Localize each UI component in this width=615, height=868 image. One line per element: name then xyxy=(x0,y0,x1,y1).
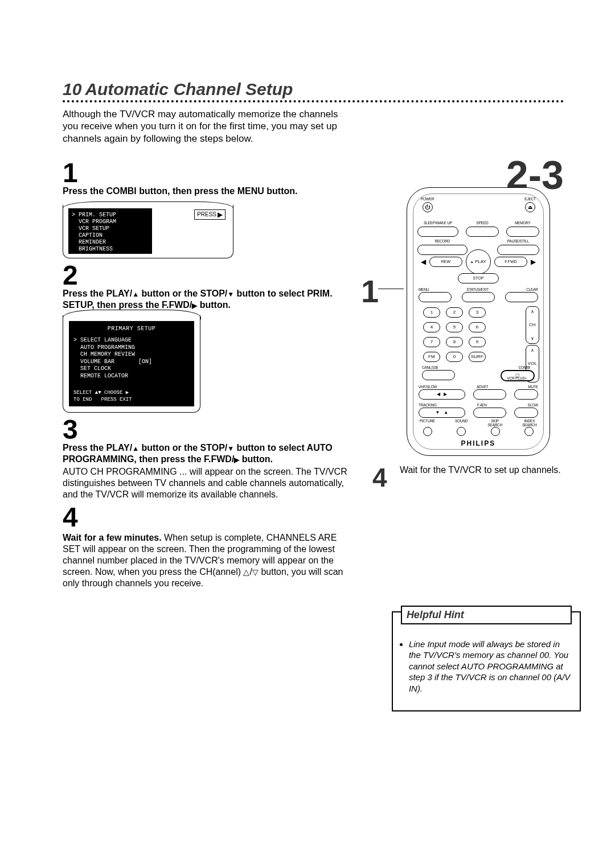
step-1-number: 1 xyxy=(63,159,355,187)
mute-label: MUTE xyxy=(528,385,538,389)
right-arrow-icon xyxy=(531,258,536,266)
helpful-hint-body: Line Input mode will always be stored in… xyxy=(393,633,580,702)
step-2-heading: Press the PLAY/ button or the STOP/ butt… xyxy=(63,288,355,311)
memory-label: MEMORY xyxy=(515,221,531,225)
remote-control-diagram: POWER ⏻ EJECT ⏏ SLEEP/WAKE UP SPEED MEMO… xyxy=(407,187,550,456)
channel-down-icon xyxy=(252,567,259,577)
vhf-label: VHF/SLOW xyxy=(419,385,437,389)
channel-up-icon xyxy=(243,567,249,577)
text: button or the STOP/ xyxy=(139,289,227,298)
key-8: 8 xyxy=(446,337,463,347)
menu-item: VOLUME BAR [ON] xyxy=(73,359,190,366)
menu-item: VCR SETUP xyxy=(72,225,149,232)
eject-icon: ⏏ xyxy=(525,202,535,212)
menu-button xyxy=(419,292,452,302)
key-6: 6 xyxy=(469,322,486,332)
vcrplus-label: VCR PLUS+ xyxy=(507,376,527,380)
vhf-button: ◀ ▶ xyxy=(419,389,465,400)
menu-item: AUTO PROGRAMMING xyxy=(73,344,190,352)
dotted-rule xyxy=(63,100,564,102)
advet-label: ADVET xyxy=(477,385,489,389)
page-title-line: 10 Automatic Channel Setup xyxy=(63,80,564,99)
illustration-column: 2-3 1 POWER ⏻ EJECT ⏏ SLEEP/WAKE xyxy=(378,156,564,589)
ch-up-icon: ∧ xyxy=(531,309,534,314)
callout-1: 1 xyxy=(361,273,379,310)
key-9: 9 xyxy=(469,337,486,347)
advet-button xyxy=(473,389,506,400)
rew-button: REW xyxy=(429,257,462,267)
menu-item: REMOTE LOCATOR xyxy=(73,373,190,380)
index-search-button xyxy=(524,427,534,436)
callout-1-leader xyxy=(378,289,404,290)
menu-item: CH MEMORY REVIEW xyxy=(73,351,190,359)
key-1: 1 xyxy=(423,307,440,318)
intro-paragraph: Although the TV/VCR may automatically me… xyxy=(63,108,353,145)
callout-4: 4 xyxy=(372,462,387,493)
key-7: 7 xyxy=(423,337,440,347)
text: Press the PLAY/ xyxy=(63,443,132,452)
stop-button: STOP xyxy=(458,273,499,283)
clear-button xyxy=(505,292,538,302)
status-label: STATUS/EXIT xyxy=(466,287,489,291)
step-3-body: AUTO CH PROGRAMMING ... will appear on t… xyxy=(63,466,355,500)
key-surf: SURF xyxy=(469,352,486,362)
menu-item: > PRIM. SETUP xyxy=(72,212,149,219)
sleep-label: SLEEP/WAKE UP xyxy=(424,221,452,225)
play-icon xyxy=(192,300,197,310)
menu-item: BRIGHTNESS xyxy=(72,246,149,253)
step-3-heading: Press the PLAY/ button or the STOP/ butt… xyxy=(63,442,355,465)
menu-item: VCR PROGRAM xyxy=(72,219,149,225)
mute-button xyxy=(514,389,538,400)
menu-label: MENU xyxy=(419,287,429,291)
clear-label: CLEAR xyxy=(526,287,538,291)
speed-label: SPEED xyxy=(476,221,488,225)
osd-menu-1: > PRIM. SETUP VCR PROGRAM VCR SETUP CAPT… xyxy=(63,201,233,258)
ch-label: CH xyxy=(529,322,536,327)
fadv-button xyxy=(473,408,506,418)
osd2-title: PRIMARY SETUP xyxy=(73,326,190,333)
menu-item: REMINDER xyxy=(72,239,149,246)
eject-button: EJECT ⏏ xyxy=(524,197,536,212)
step-2-number: 2 xyxy=(63,262,355,289)
channel-rocker: ∧ CH ∨ xyxy=(526,306,539,344)
vol-up-icon: ∧ xyxy=(531,348,534,353)
manual-page: 10 Automatic Channel Setup Although the … xyxy=(0,0,615,623)
canl100-button xyxy=(422,370,455,380)
record-label: RECORD xyxy=(434,239,450,243)
play-icon xyxy=(218,211,223,219)
sound-button xyxy=(457,427,466,436)
picture-label: PICTURE xyxy=(420,419,435,427)
hint-item: Line Input mode will always be stored in… xyxy=(409,639,572,694)
key-3: 3 xyxy=(469,307,486,318)
osd-menu-1-list: > PRIM. SETUP VCR PROGRAM VCR SETUP CAPT… xyxy=(68,208,152,254)
skip-search-button xyxy=(491,427,500,436)
helpful-hint-title: Helpful Hint xyxy=(401,606,572,624)
two-column-layout: 1 Press the COMBI button, then press the… xyxy=(63,156,564,589)
pause-label: PAUSE/STILL xyxy=(507,239,530,243)
key-2: 2 xyxy=(446,307,463,318)
page-number: 10 xyxy=(63,80,81,99)
power-button: POWER ⏻ xyxy=(421,197,434,212)
menu-item: SET CLOCK xyxy=(73,365,190,373)
play-label: PLAY xyxy=(475,259,486,264)
slow-button xyxy=(514,408,538,418)
picture-button xyxy=(423,427,432,436)
text: button. xyxy=(239,454,273,464)
key-4: 4 xyxy=(423,322,440,332)
step-1-heading: Press the COMBI button, then press the M… xyxy=(63,186,355,197)
callout-4-text: Wait for the TV/VCR to set up channels. xyxy=(400,464,564,476)
tracking-button: ▼ ▲ xyxy=(419,408,465,418)
sound-label: SOUND xyxy=(455,419,468,427)
key-5: 5 xyxy=(446,322,463,332)
text: button or the STOP/ xyxy=(139,443,227,452)
slow-label: SLOW xyxy=(528,403,538,407)
up-arrow-icon xyxy=(132,443,139,452)
skip-label: SKIP SEARCH xyxy=(487,419,502,427)
press-label: PRESS xyxy=(197,211,216,217)
osd-menu-2: PRIMARY SETUP > SELECT LANGUAGE AUTO PRO… xyxy=(63,315,200,413)
steps-column: 1 Press the COMBI button, then press the… xyxy=(63,156,355,589)
combi-label: COMBI xyxy=(519,365,530,369)
osd2-footer: SELECT ▲▼ CHOOSE ▶ TO END PRESS EXIT xyxy=(73,390,190,403)
menu-item: CAPTION xyxy=(72,232,149,239)
key-0: 0 xyxy=(446,352,463,362)
